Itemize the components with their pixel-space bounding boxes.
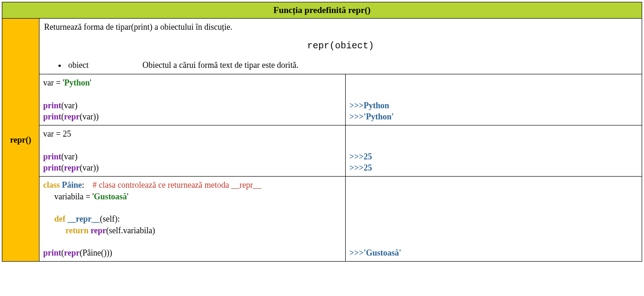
example-row-1: var = 'Python' print(var) print(repr(var… [2,74,642,125]
output-line: >>>Python [349,100,638,111]
example-row-3: class Pâine: # clasa controlează ce retu… [2,177,642,262]
code-line: return repr(self.variabila) [43,225,341,236]
table-header: Funcția predefinită repr() [2,2,642,19]
output-line: >>>'Python' [349,111,638,122]
code-cell: var = 'Python' print(var) print(repr(var… [39,74,346,125]
header-title: Funcția predefinită repr() [273,5,370,15]
blank-line [43,139,341,151]
blank-line [43,236,341,247]
code-line: variabila = 'Gustoasă' [43,191,341,202]
repr-doc-table: Funcția predefinită repr() repr() Return… [2,2,642,262]
param-name: obiect [68,60,142,70]
param-description: Obiectul a cărui formă text de tipar est… [142,60,298,70]
function-signature: repr(obiect) [44,40,637,51]
output-line: >>>'Gustoasă' [349,247,638,258]
code-cell: var = 25 print(var) print(repr(var)) [39,125,346,177]
code-line: var = 'Python' [43,77,341,88]
code-cell: class Pâine: # clasa controlează ce retu… [39,177,346,262]
output-cell: >>>Python >>>'Python' [346,74,642,125]
output-cell: >>>25 >>>25 [346,125,642,177]
param-list: obiect Obiectul a cărui formă text de ti… [66,60,637,70]
blank-line [43,88,341,99]
output-cell: >>>'Gustoasă' [346,177,642,262]
example-row-2: var = 25 print(var) print(repr(var)) >>>… [2,125,642,177]
side-label: repr() [10,135,32,145]
code-line: print(repr(var)) [43,162,341,173]
code-line: def __repr__(self): [43,213,341,224]
side-label-cell: repr() [2,19,39,262]
code-line: print(var) [43,151,341,162]
description-cell: Returnează forma de tipar(print) a obiec… [39,19,642,74]
code-line: print(repr(var)) [43,111,341,122]
output-line: >>>25 [349,162,638,173]
description-text: Returnează forma de tipar(print) a obiec… [44,22,637,32]
blank-line [43,202,341,213]
code-line: var = 25 [43,128,341,139]
code-line: print(repr(Pâine())) [43,247,341,258]
code-line: print(var) [43,100,341,111]
output-line: >>>25 [349,151,638,162]
code-line: class Pâine: # clasa controlează ce retu… [43,179,341,191]
param-item: obiect Obiectul a cărui formă text de ti… [66,60,637,70]
